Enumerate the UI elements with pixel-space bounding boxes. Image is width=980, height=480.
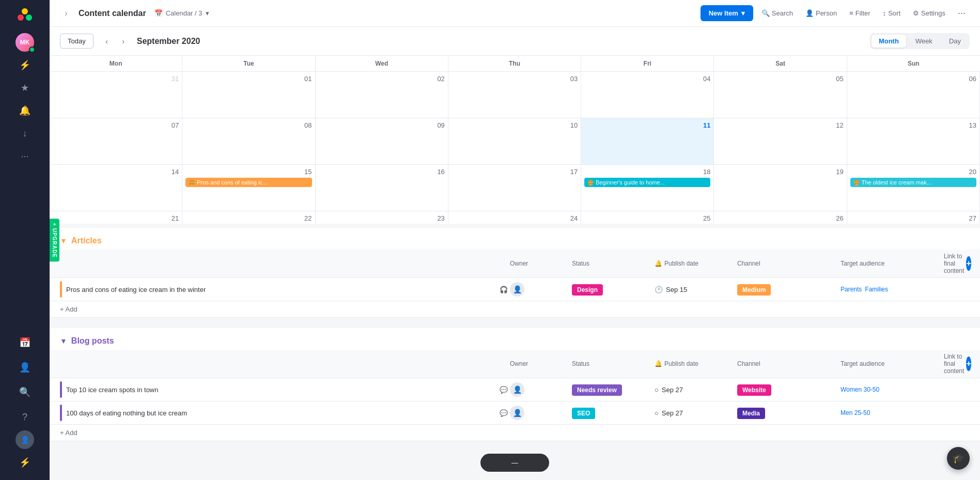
calendar-cell-w3d4[interactable]: 25 [581, 211, 714, 224]
comment-icon-article-1[interactable]: 🎧 [497, 283, 510, 296]
svg-point-2 [26, 14, 32, 21]
header-actions: New Item ▾ 🔍 Search 👤 Person ≡ Filter ↕ … [701, 5, 970, 21]
blog-add-row[interactable]: + Add [50, 425, 980, 441]
blog-row-1-channel[interactable]: Website [737, 385, 841, 394]
sort-button[interactable]: ↕ Sort [879, 6, 905, 20]
blog-col-audience: Target audience [841, 353, 944, 375]
calendar-cell-w0d5[interactable]: 05 [714, 72, 847, 118]
calendar-cell-w2d5[interactable]: 19 [714, 165, 847, 211]
calendar-cell-w2d2[interactable]: 16 [316, 165, 448, 211]
next-month-button[interactable]: › [116, 34, 131, 49]
new-item-button[interactable]: New Item ▾ [701, 5, 753, 21]
article-row-1-owner: 👤 [510, 282, 572, 297]
person-button[interactable]: 👤 Person [801, 6, 841, 20]
sidebar-icon-lightning[interactable]: ⚡ [15, 56, 34, 74]
calendar-cell-w0d2[interactable]: 02 [316, 72, 448, 118]
calendar-cell-w2d6[interactable]: 20🍔The oldest ice cream mak... [847, 165, 980, 211]
fab-button[interactable]: 🎓 [947, 447, 970, 470]
day-number: 03 [452, 75, 578, 83]
sidebar-icon-star[interactable]: ★ [15, 79, 34, 97]
tab-month[interactable]: Month [872, 35, 906, 48]
calendar-cell-w1d5[interactable]: 12 [714, 118, 847, 165]
calendar-cell-w1d6[interactable]: 13 [847, 118, 980, 165]
calendar-cell-w0d1[interactable]: 01 [182, 72, 315, 118]
user-avatar[interactable]: 👤 [15, 430, 34, 449]
search-button[interactable]: 🔍 Search [757, 6, 797, 20]
sidebar-icon-help[interactable]: ? [15, 408, 34, 426]
day-number: 08 [185, 121, 312, 129]
prev-month-button[interactable]: ‹ [100, 34, 114, 49]
app-logo[interactable] [17, 6, 33, 23]
comment-icon-blog-1[interactable]: 💬 [497, 383, 510, 396]
day-header-sat: Sat [714, 56, 847, 71]
sidebar-icon-search[interactable]: 🔍 [15, 383, 34, 401]
article-row-1-channel[interactable]: Medium [737, 285, 841, 294]
calendar-body: 31010203040506070809101112131415🍔Pros an… [50, 72, 980, 224]
blog-row-2-name: 100 days of eating nothing but ice cream… [60, 405, 510, 421]
sidebar-icon-more[interactable]: ··· [15, 147, 34, 165]
more-options-button[interactable]: ··· [954, 6, 970, 21]
article-row-1-status[interactable]: Design [572, 285, 655, 294]
calendar-cell-w3d6[interactable]: 27 [847, 211, 980, 224]
articles-section: ▼ Articles Owner Status 🔔 Publish date C… [50, 228, 980, 318]
today-button[interactable]: Today [60, 34, 94, 49]
blog-section-title[interactable]: Blog posts [71, 336, 114, 346]
calendar-cell-w1d4[interactable]: 11 [581, 118, 714, 165]
comment-icon-blog-2[interactable]: 💬 [497, 407, 510, 419]
owner-avatar-blog-1[interactable]: 👤 [510, 382, 524, 397]
calendar-cell-w0d3[interactable]: 03 [448, 72, 581, 118]
upgrade-button[interactable]: + Upgrade [50, 219, 59, 262]
calendar-cell-w0d4[interactable]: 04 [581, 72, 714, 118]
tab-day[interactable]: Day [942, 35, 968, 48]
blog-expand-icon[interactable]: ▼ [60, 337, 67, 345]
settings-button[interactable]: ⚙ Settings [909, 6, 950, 20]
add-column-button-articles[interactable]: + [966, 256, 971, 271]
blog-row-1-status[interactable]: Needs review [572, 385, 655, 394]
calendar-cell-w0d6[interactable]: 06 [847, 72, 980, 118]
blog-row-2-status[interactable]: SEO [572, 408, 655, 417]
calendar-cell-w3d0[interactable]: 21 [50, 211, 182, 224]
breadcrumb[interactable]: 📅 Calendar / 3 ▾ [154, 9, 209, 17]
calendar-cell-w2d1[interactable]: 15🍔Pros and cons of eating ic... [182, 165, 315, 211]
articles-section-title[interactable]: Articles [71, 236, 102, 245]
calendar-cell-w1d0[interactable]: 07 [50, 118, 182, 165]
calendar-cell-w1d2[interactable]: 09 [316, 118, 448, 165]
tab-week[interactable]: Week [908, 35, 940, 48]
calendar-cell-w3d5[interactable]: 26🍔Top 10 ice cream spots in ...🍔100 day… [714, 211, 847, 224]
calendar-event[interactable]: 🍔The oldest ice cream mak... [850, 178, 976, 187]
calendar-cell-w2d4[interactable]: 18🍔Beginner's guide to home... [581, 165, 714, 211]
calendar-cell-w2d3[interactable]: 17 [448, 165, 581, 211]
collapse-sidebar-button[interactable]: › [60, 7, 72, 20]
sidebar-icon-people[interactable]: 👤 [15, 358, 34, 377]
calendar-cell-w0d0[interactable]: 31 [50, 72, 182, 118]
blog-row-2-channel[interactable]: Media [737, 408, 841, 417]
sidebar-icon-download[interactable]: ↓ [15, 124, 34, 143]
workspace-avatar[interactable]: MK [15, 33, 34, 52]
article-row-1-audience: Parents Families [841, 286, 944, 293]
bottom-bar-button[interactable]: — [480, 454, 549, 472]
calendar-cell-w2d0[interactable]: 14 [50, 165, 182, 211]
add-column-button-blog[interactable]: + [966, 357, 971, 371]
articles-add-row[interactable]: + Add [50, 301, 980, 318]
calendar-cell-w1d1[interactable]: 08 [182, 118, 315, 165]
article-row-1-publish-date: 🕐 Sep 15 [655, 286, 737, 293]
sidebar-icon-bell[interactable]: 🔔 [15, 101, 34, 120]
col-publish-date: 🔔 Publish date [655, 253, 737, 274]
blog-table: Owner Status 🔔 Publish date Channel Targ… [50, 350, 980, 441]
col-channel: Channel [737, 253, 841, 274]
articles-expand-icon[interactable]: ▼ [60, 237, 67, 245]
calendar-event[interactable]: 🍔Beginner's guide to home... [584, 178, 710, 187]
calendar-cell-w1d3[interactable]: 10 [448, 118, 581, 165]
calendar-event[interactable]: 🍔Pros and cons of eating ic... [185, 178, 312, 187]
owner-avatar[interactable]: 👤 [510, 282, 524, 297]
calendar-cell-w3d3[interactable]: 24 [448, 211, 581, 224]
calendar-cell-w3d1[interactable]: 22 [182, 211, 315, 224]
sidebar-icon-calendar[interactable]: 📅 [15, 333, 34, 352]
row-indicator [60, 381, 62, 398]
blog-col-status: Status [572, 353, 655, 375]
calendar-cell-w3d2[interactable]: 23 [316, 211, 448, 224]
filter-button[interactable]: ≡ Filter [845, 6, 874, 20]
sidebar-icon-bolt[interactable]: ⚡ [15, 453, 34, 472]
day-number: 19 [717, 168, 843, 176]
owner-avatar-blog-2[interactable]: 👤 [510, 406, 524, 420]
